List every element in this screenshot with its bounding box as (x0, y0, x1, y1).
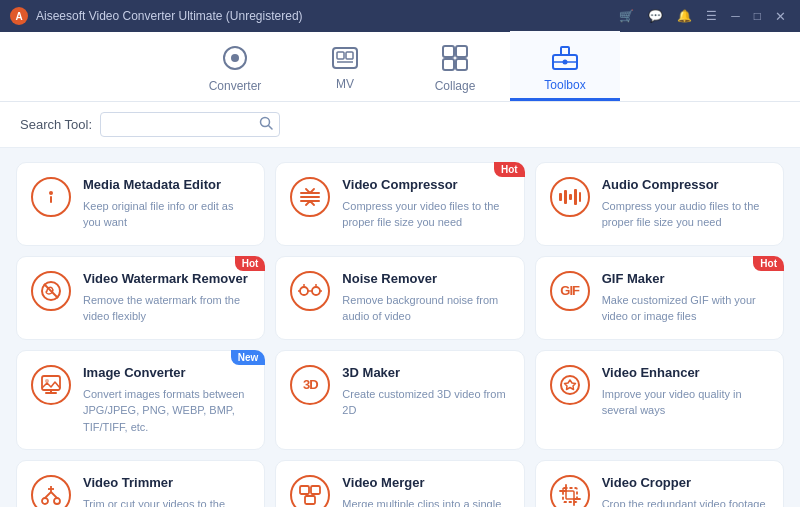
tool-card-video-watermark-remover[interactable]: Hot Video Watermark Remover Remove the w… (16, 256, 265, 340)
svg-rect-4 (346, 52, 353, 59)
tool-name: Video Enhancer (602, 365, 769, 382)
badge-hot: Hot (753, 256, 784, 271)
tool-card-media-metadata-editor[interactable]: Media Metadata Editor Keep original file… (16, 162, 265, 246)
app-logo: A (10, 7, 28, 25)
converter-icon (222, 45, 248, 75)
svg-point-1 (231, 54, 239, 62)
notification-icon[interactable]: 🔔 (673, 7, 696, 25)
audio-compressor-icon (550, 177, 590, 217)
tab-mv-label: MV (336, 77, 354, 91)
tool-card-video-enhancer[interactable]: Video Enhancer Improve your video qualit… (535, 350, 784, 450)
window-controls[interactable]: 🛒 💬 🔔 ☰ ─ □ ✕ (615, 7, 790, 26)
svg-point-41 (54, 498, 60, 504)
chat-icon[interactable]: 💬 (644, 7, 667, 25)
tool-desc: Remove background noise from audio of vi… (342, 292, 509, 325)
badge-new: New (231, 350, 266, 365)
image-converter-icon (31, 365, 71, 405)
noise-remover-icon (290, 271, 330, 311)
tab-toolbox[interactable]: Toolbox (510, 31, 620, 101)
badge-hot: Hot (494, 162, 525, 177)
svg-rect-48 (305, 496, 315, 504)
tool-desc: Make customized GIF with your video or i… (602, 292, 769, 325)
search-bar: Search Tool: (0, 102, 800, 148)
gif-maker-icon: GIF (550, 271, 590, 311)
svg-point-29 (312, 287, 320, 295)
tab-converter-label: Converter (209, 79, 262, 93)
close-button[interactable]: ✕ (771, 7, 790, 26)
svg-rect-24 (574, 189, 577, 205)
tool-name: Media Metadata Editor (83, 177, 250, 194)
svg-rect-7 (456, 46, 467, 57)
tool-name: 3D Maker (342, 365, 509, 382)
tool-card-gif-maker[interactable]: Hot GIF GIF Maker Make customized GIF wi… (535, 256, 784, 340)
tool-desc: Convert images formats between JPG/JPEG,… (83, 386, 250, 436)
svg-rect-11 (561, 47, 569, 55)
toolbox-icon (552, 46, 578, 74)
svg-line-42 (45, 492, 51, 498)
3d-maker-icon: 3D (290, 365, 330, 405)
minimize-button[interactable]: ─ (727, 7, 744, 25)
tool-desc: Compress your video files to the proper … (342, 198, 509, 231)
tool-info-video-merger: Video Merger Merge multiple clips into a… (342, 475, 509, 507)
tool-card-video-merger[interactable]: Video Merger Merge multiple clips into a… (275, 460, 524, 507)
tab-collage[interactable]: Collage (400, 31, 510, 101)
menu-icon[interactable]: ☰ (702, 7, 721, 25)
tool-card-video-compressor[interactable]: Hot Video Compressor Compress your video… (275, 162, 524, 246)
tool-desc: Create customized 3D video from 2D (342, 386, 509, 419)
search-label: Search Tool: (20, 117, 92, 132)
tool-info-media-metadata-editor: Media Metadata Editor Keep original file… (83, 177, 250, 231)
tool-info-noise-remover: Noise Remover Remove background noise fr… (342, 271, 509, 325)
tool-name: Audio Compressor (602, 177, 769, 194)
tool-desc: Improve your video quality in several wa… (602, 386, 769, 419)
svg-rect-6 (443, 46, 454, 57)
tool-desc: Crop the redundant video footage (602, 496, 769, 507)
tool-card-audio-compressor[interactable]: Audio Compressor Compress your audio fil… (535, 162, 784, 246)
tool-info-gif-maker: GIF Maker Make customized GIF with your … (602, 271, 769, 325)
tool-card-3d-maker[interactable]: 3D 3D Maker Create customized 3D video f… (275, 350, 524, 450)
maximize-button[interactable]: □ (750, 7, 765, 25)
nav-tabs: Converter MV Collage (0, 32, 800, 102)
svg-rect-17 (50, 196, 52, 203)
svg-point-39 (561, 376, 579, 394)
svg-point-40 (42, 498, 48, 504)
tool-name: Video Merger (342, 475, 509, 492)
tool-card-video-cropper[interactable]: Video Cropper Crop the redundant video f… (535, 460, 784, 507)
cart-icon[interactable]: 🛒 (615, 7, 638, 25)
tool-name: Video Trimmer (83, 475, 250, 492)
tool-info-video-enhancer: Video Enhancer Improve your video qualit… (602, 365, 769, 419)
tab-toolbox-label: Toolbox (544, 78, 585, 92)
svg-point-13 (563, 59, 568, 64)
tool-desc: Remove the watermark from the video flex… (83, 292, 250, 325)
tool-name: Video Compressor (342, 177, 509, 194)
tool-info-audio-compressor: Audio Compressor Compress your audio fil… (602, 177, 769, 231)
tool-info-video-watermark-remover: Video Watermark Remover Remove the water… (83, 271, 250, 325)
tool-card-video-trimmer[interactable]: Video Trimmer Trim or cut your videos to… (16, 460, 265, 507)
mv-icon (332, 47, 358, 73)
svg-point-28 (300, 287, 308, 295)
tool-info-video-cropper: Video Cropper Crop the redundant video f… (602, 475, 769, 507)
tool-info-video-trimmer: Video Trimmer Trim or cut your videos to… (83, 475, 250, 507)
svg-line-15 (269, 126, 273, 130)
search-input-wrap[interactable] (100, 112, 280, 137)
svg-rect-23 (569, 194, 572, 200)
svg-rect-21 (559, 193, 562, 201)
tool-card-image-converter[interactable]: New Image Converter Convert images forma… (16, 350, 265, 450)
tool-info-image-converter: Image Converter Convert images formats b… (83, 365, 250, 435)
tool-name: Noise Remover (342, 271, 509, 288)
tool-desc: Compress your audio files to the proper … (602, 198, 769, 231)
tool-name: Image Converter (83, 365, 250, 382)
svg-line-43 (51, 492, 57, 498)
tool-name: Video Cropper (602, 475, 769, 492)
tab-converter[interactable]: Converter (180, 31, 290, 101)
svg-rect-3 (337, 52, 344, 59)
collage-icon (442, 45, 468, 75)
search-input[interactable] (109, 118, 259, 132)
tool-card-noise-remover[interactable]: Noise Remover Remove background noise fr… (275, 256, 524, 340)
video-enhancer-icon (550, 365, 590, 405)
svg-rect-22 (564, 190, 567, 204)
video-watermark-remover-icon (31, 271, 71, 311)
svg-rect-25 (579, 192, 581, 202)
app-title: Aiseesoft Video Converter Ultimate (Unre… (36, 9, 615, 23)
tab-mv[interactable]: MV (290, 31, 400, 101)
video-cropper-icon (550, 475, 590, 507)
